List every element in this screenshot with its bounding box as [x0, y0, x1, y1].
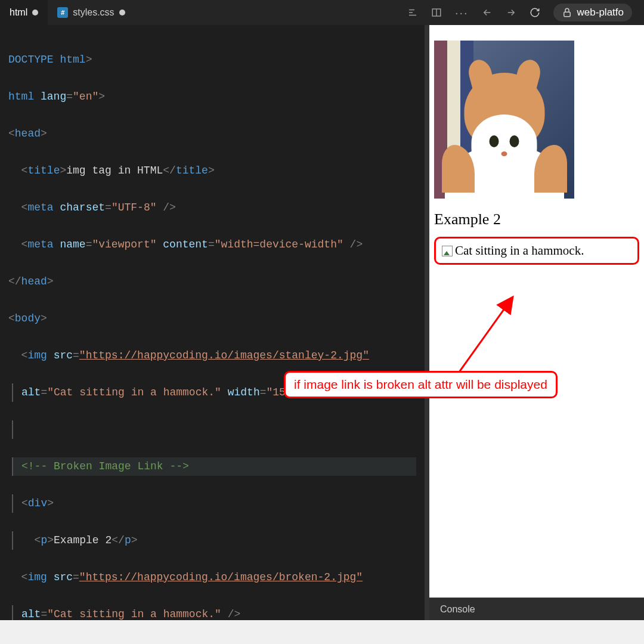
- app-window: html # styles.css ··· web-platfo DOCTYPE…: [0, 0, 644, 620]
- broken-image-highlight: Cat sitting in a hammock.: [434, 237, 639, 265]
- back-icon[interactable]: [482, 7, 493, 18]
- dirty-indicator-icon: [32, 10, 38, 16]
- tab-bar: html # styles.css ··· web-platfo: [0, 0, 644, 25]
- toolbar: ··· web-platfo: [395, 4, 644, 21]
- code-token: src: [47, 571, 73, 583]
- code-token: img: [27, 349, 47, 361]
- preview-content: Example 2 Cat sitting in a hammock.: [429, 25, 644, 597]
- code-token: "https://happycoding.io/images/broken-2.…: [79, 571, 363, 583]
- console-bar[interactable]: Console: [429, 597, 644, 620]
- prettier-icon[interactable]: [407, 7, 418, 18]
- css-file-icon: #: [57, 7, 68, 18]
- code-token: title: [27, 165, 60, 177]
- forward-icon[interactable]: [506, 7, 516, 18]
- code-token: p: [125, 534, 131, 546]
- code-token: lang: [34, 91, 66, 103]
- cat-image: [434, 41, 574, 199]
- more-icon[interactable]: ···: [455, 6, 469, 20]
- reload-icon[interactable]: [530, 7, 540, 18]
- code-token: head: [15, 128, 41, 140]
- code-editor[interactable]: DOCTYPE html> html lang="en"> <head> <ti…: [0, 25, 425, 620]
- tab-css[interactable]: # styles.css: [48, 0, 134, 25]
- code-token: "Cat sitting in a hammock.": [47, 608, 221, 620]
- code-token: name: [54, 239, 86, 250]
- url-bar[interactable]: web-platfo: [553, 4, 632, 21]
- tabs: html # styles.css: [0, 0, 135, 25]
- code-token: src: [47, 349, 73, 361]
- preview-pane: Example 2 Cat sitting in a hammock. Cons…: [429, 25, 644, 620]
- code-token: alt: [21, 608, 41, 620]
- annotation-callout: if image link is broken alt attr will be…: [284, 371, 558, 398]
- code-token: div: [28, 497, 47, 509]
- code-token: charset: [54, 202, 105, 213]
- dirty-indicator-icon: [119, 10, 125, 16]
- split-icon[interactable]: [431, 7, 442, 18]
- code-comment: <!-- Broken Image Link -->: [21, 460, 189, 472]
- code-token: content: [157, 239, 208, 250]
- code-token: img: [27, 571, 47, 583]
- broken-image-alt-text: Cat sitting in a hammock.: [455, 243, 584, 258]
- code-token: html: [54, 54, 86, 66]
- console-label: Console: [440, 604, 475, 615]
- code-token: alt: [21, 386, 41, 398]
- code-token: img tag in HTML: [66, 165, 163, 177]
- code-token: "Cat sitting in a hammock.": [47, 386, 221, 398]
- url-text: web-platfo: [577, 7, 624, 18]
- code-token: width: [221, 386, 260, 398]
- code-token: "UTF-8": [112, 202, 157, 213]
- code-token: head: [21, 275, 47, 287]
- tab-label: html: [10, 7, 27, 18]
- broken-image-icon: [442, 246, 453, 256]
- example-heading: Example 2: [434, 210, 639, 228]
- code-token: html: [8, 91, 34, 103]
- code-token: "https://happycoding.io/images/stanley-2…: [79, 349, 369, 361]
- code-token: body: [15, 312, 41, 324]
- code-token: "en": [73, 91, 98, 103]
- code-token: meta: [27, 239, 53, 250]
- code-token: meta: [27, 202, 53, 213]
- tab-label: styles.css: [73, 7, 114, 18]
- svg-rect-2: [564, 12, 570, 17]
- code-token: title: [176, 165, 208, 177]
- code-token: Example 2: [54, 534, 112, 546]
- main: DOCTYPE html> html lang="en"> <head> <ti…: [0, 25, 644, 620]
- code-token: "viewport": [92, 239, 156, 250]
- code-token: p: [41, 534, 47, 546]
- lock-icon: [562, 7, 572, 18]
- tab-html[interactable]: html: [0, 0, 48, 25]
- code-token: "width=device-width": [215, 239, 343, 250]
- code-token: DOCTYPE: [8, 54, 54, 66]
- pane-divider[interactable]: [425, 25, 429, 620]
